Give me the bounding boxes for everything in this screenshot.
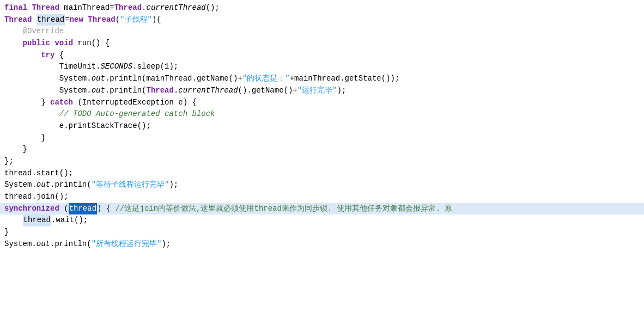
type-thread: Thread (32, 2, 59, 14)
code-line: System. out .println(mainThread.getName(… (0, 73, 644, 85)
code-line: e.printStackTrace(); (0, 120, 644, 132)
code-line: } catch (InterruptedException e) { (0, 97, 644, 109)
code-line: // TODO Auto-generated catch block (0, 108, 644, 120)
thread-var-underline2: thread (23, 214, 51, 226)
code-line: public void run() { (0, 38, 644, 50)
code-line: thread.start(); (0, 168, 644, 180)
keyword-final: final (4, 2, 27, 14)
code-line: TimeUnit. SECONDS .sleep(1); (0, 61, 644, 73)
code-line: try { (0, 50, 644, 62)
code-line: } (0, 144, 644, 156)
code-line: final Thread mainThread= Thread . curren… (0, 2, 644, 14)
code-line: System. out .println( "等待子线程运行完毕" ); (0, 179, 644, 191)
thread-selected: thread (69, 203, 97, 215)
code-line: } (0, 132, 644, 144)
code-line: thread.join(); (0, 191, 644, 203)
code-editor: final Thread mainThread= Thread . curren… (0, 0, 644, 252)
code-line: thread .wait(); (0, 214, 644, 226)
code-line: System. out .println( "所有线程运行完毕" ); (0, 238, 644, 250)
code-line-highlighted: synchronized ( thread ) { //这是join的等价做法,… (0, 203, 644, 215)
code-line: }; (0, 156, 644, 168)
code-line: @Override (0, 26, 644, 38)
code-line: Thread thread = new Thread ( "子线程" ){ (0, 14, 644, 26)
thread-var-underline: thread (37, 14, 65, 26)
code-line: } (0, 226, 644, 238)
code-line: System. out .println( Thread . currentTh… (0, 85, 644, 97)
